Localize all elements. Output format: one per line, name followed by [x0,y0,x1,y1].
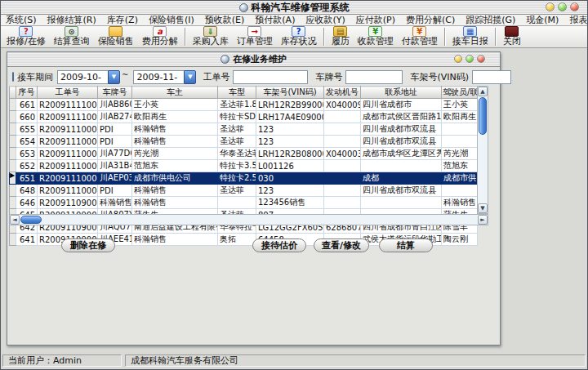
table-row-selected[interactable]: 651R200911100004川AEP030成都市供电公司特拉卡2.5030成… [10,172,478,185]
horizontal-scroll-thumb[interactable] [20,216,42,224]
inner-close-button[interactable] [477,55,485,63]
col-owner[interactable]: 车主 [132,87,218,99]
menu-repair-settlement[interactable]: 报修结算(R) [47,15,96,25]
toolbar-repair-in-service[interactable]: ? 报修/在修 [2,25,50,47]
toolbar-vehicle-daily-report[interactable]: ▦ 接车日报 [448,25,492,47]
toolbar-separator [185,28,186,46]
plate-input[interactable] [345,70,403,84]
toolbar-separator [444,28,446,46]
chevron-down-icon[interactable]: ▼ [184,70,196,84]
reception-estimate-button[interactable]: 接待估价 [252,238,306,252]
app-title: 科翰汽车维修管理系统 [252,1,350,15]
inner-minimize-button[interactable] [454,55,462,63]
date-to-value: 2009-11-12 [133,70,184,84]
col-engine[interactable]: 发动机号 [324,87,361,99]
toolbar-payments-management[interactable]: ¥ 付款管理 [398,25,442,47]
toolbar-receipts-management[interactable]: ¥ 收款管理 [354,25,398,47]
toolbar-expense-split[interactable]: a 费用分解 [138,25,182,47]
vertical-scroll-thumb[interactable] [479,97,487,135]
inner-window-title: 在修业务维护 [233,53,287,65]
inner-window-titlebar[interactable]: 在修业务维护 [7,52,500,67]
col-seq[interactable]: 序号 [16,87,38,99]
col-vin[interactable]: 车架号(VIN码) [256,87,324,99]
scroll-right-icon[interactable]: ► [478,215,488,225]
menu-payables[interactable]: 应付款(P) [356,15,395,25]
company-name-status: 成都科翰汽车服务有限公司 [125,354,586,367]
date-range-checkbox[interactable] [12,72,14,82]
table-row[interactable]: 660R200911110002川AB274M欧阳再生特拉卡SDN64LRH17… [10,111,478,123]
table-header-row: 序号 工单号 车牌号 车主 车型 车架号(VIN码) 发动机号 联系地址 驾驶员… [10,87,478,99]
menu-expense-split[interactable]: 费用分解(C) [406,15,455,25]
work-order-label: 工单号 [203,71,229,83]
toolbar: ? 报修/在修 ⊙ 结算查询 保险销售 a 费用分解 ⇓ 采购入库 → 订单管理… [1,26,587,48]
vertical-scrollbar[interactable]: ▲ ▼ [477,86,488,214]
menu-advance-payments[interactable]: 预付款(A) [255,15,295,25]
plate-label: 车牌号 [315,71,342,83]
app-titlebar[interactable]: 科翰汽车维修管理系统 [1,1,587,15]
date-range-separator: ~ [122,70,128,79]
app-logo-icon [239,3,248,12]
menu-insurance-sales[interactable]: 保险销售(I) [149,15,194,25]
status-bar: 当前用户：Admin 成都科翰汽车服务有限公司 [1,353,587,369]
chevron-down-icon[interactable]: ▼ [108,70,120,84]
maximize-button[interactable] [558,2,567,11]
table-row[interactable]: 653R200911100006川A77D68芮光潮华泰圣达菲LRH12R2B0… [10,148,478,160]
scroll-down-icon[interactable]: ▼ [478,203,488,213]
menu-advance-receipts[interactable]: 预收款(E) [205,15,245,25]
col-plate[interactable]: 车牌号 [98,87,132,99]
table-row[interactable]: 646R200911090013科瀚销售科瀚销售123456销售科瀚销售 [10,197,478,209]
settle-button[interactable]: 结算 [379,238,433,252]
date-to-combobox[interactable]: 2009-11-12 ▼ [133,70,196,84]
toolbar-stock-status[interactable]: ? 库存状况 [277,25,321,47]
menu-inventory[interactable]: 库存(Z) [107,15,138,25]
toolbar-insurance-sales[interactable]: 保险销售 [94,25,138,47]
scroll-left-icon[interactable]: ◄ [10,215,20,225]
col-driver[interactable]: 驾驶员/联 [442,87,478,99]
vin-input[interactable] [472,70,511,84]
inner-window-icon [220,55,229,64]
menu-cash[interactable]: 现金(M) [526,15,559,25]
view-edit-button[interactable]: 查看/修改 [314,238,369,252]
scroll-up-icon[interactable]: ▲ [478,87,488,96]
app-window: 科翰汽车维修管理系统 系统(S) 报修结算(R) 库存(Z) 保险销售(I) 预… [0,0,588,370]
menu-reports[interactable]: 报表(T) [569,15,588,25]
toolbar-order-management[interactable]: → 订单管理 [233,25,277,47]
menu-follow-up[interactable]: 跟踪招揽(G) [466,15,515,25]
col-work-order[interactable]: 工单号 [38,87,98,99]
toolbar-settlement-query[interactable]: ⊙ 结算查询 [50,25,94,47]
toolbar-separator [495,28,497,46]
horizontal-scroll-track[interactable] [20,216,478,224]
toolbar-close[interactable]: 关闭 [499,25,525,47]
gutter-header [10,87,16,99]
horizontal-scrollbar[interactable]: ◄ ► [9,214,488,225]
in-service-maintenance-window: 在修业务维护 接车期间 2009-10-13 ▼ ~ 2009-11-1 [7,51,501,345]
menu-system[interactable]: 系统(S) [6,15,37,25]
date-from-combobox[interactable]: 2009-10-13 ▼ [57,70,120,84]
date-from-value: 2009-10-13 [57,70,108,84]
table-row[interactable]: 652R200911100005川A31B48范旭东特拉卡3.5LL001126… [10,160,478,172]
filter-bar: 接车期间 2009-10-13 ▼ ~ 2009-11-12 ▼ 工单号 车牌号… [7,68,500,86]
action-button-row: 删除在修 接待估价 查看/修改 结算 [7,238,500,255]
current-user-status: 当前用户：Admin [2,354,122,367]
vin-label: 车架号(VIN码) [410,71,469,83]
col-model[interactable]: 车型 [218,87,256,99]
client-area: 在修业务维护 接车期间 2009-10-13 ▼ ~ 2009-11-1 [1,48,587,354]
close-button[interactable] [570,2,579,11]
toolbar-purchase-inbound[interactable]: ⇓ 采购入库 [189,25,233,47]
col-address[interactable]: 联系地址 [361,87,442,99]
minimize-button[interactable] [546,2,555,11]
table-row[interactable]: 654R200911100007PDI科瀚销售圣达菲123四川省成都市双流县 [10,136,478,148]
toolbar-separator [323,28,325,46]
menu-receivables[interactable]: 应收款(Y) [305,15,345,25]
table-row[interactable]: 655R200911100008PDI科瀚销售圣达菲123四川省成都市双流县 [10,123,478,136]
delete-in-service-button[interactable]: 删除在修 [61,238,115,252]
table-row[interactable]: 661R200911110003川AB860W王小英圣达菲1.8TLRH12R2… [10,99,478,111]
toolbar-history[interactable]: ▤ 履历 [327,25,354,47]
inner-maximize-button[interactable] [466,55,474,63]
date-range-label: 接车期间 [17,71,53,83]
in-service-table: 序号 工单号 车牌号 车主 车型 车架号(VIN码) 发动机号 联系地址 驾驶员… [9,86,488,225]
table-row[interactable]: 648R200911100001PDI科瀚销售圣达菲123四川省成都市双流县 [10,185,478,197]
menu-bar: 系统(S) 报修结算(R) 库存(Z) 保险销售(I) 预收款(E) 预付款(A… [1,15,587,26]
vertical-scroll-track[interactable] [478,96,488,203]
work-order-input[interactable] [233,70,308,84]
